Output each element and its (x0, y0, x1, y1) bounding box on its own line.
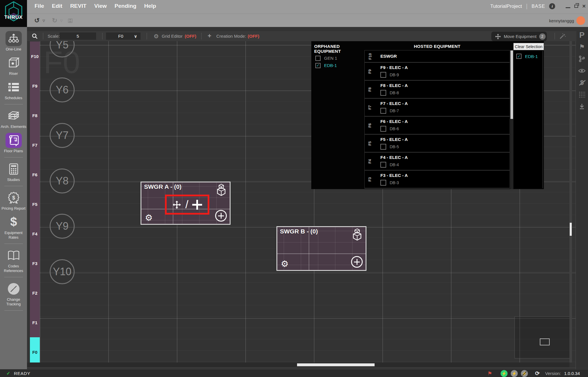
save-icon[interactable] (68, 19, 73, 23)
vertical-scrollbar[interactable] (569, 41, 572, 362)
sidebar-item-arch-elements[interactable]: Arch. Elements (0, 108, 27, 129)
floor-cell-f7[interactable]: F7 (30, 130, 40, 160)
redo-icon[interactable]: ↻ (52, 17, 57, 24)
floor-cell-f5[interactable]: F5 (30, 189, 40, 219)
horizontal-scrollbar[interactable] (27, 362, 569, 367)
sidebar-item-pricing-report[interactable]: $Pricing Report (0, 190, 27, 211)
sidebar-item-codes-references[interactable]: Codes References (0, 248, 27, 273)
equipment-swgr-a[interactable]: SWGR A - (0) ⚙ / (141, 182, 231, 225)
checkbox[interactable] (380, 126, 386, 132)
power-on-icon[interactable]: ⚡ (501, 370, 508, 377)
sidebar-item-studies[interactable]: Studies (0, 162, 27, 182)
sidebar-item-schedules[interactable]: Schedules (0, 80, 27, 100)
restore-icon[interactable] (574, 5, 578, 8)
sidebar-item-change-tracking[interactable]: Change Tracking (0, 281, 27, 307)
sidebar-item-equipment-rates[interactable]: $Equipment Rates (0, 215, 27, 240)
info-icon[interactable]: i (549, 3, 555, 9)
floor-cell-f3[interactable]: F3 (30, 249, 40, 278)
checkbox[interactable] (380, 108, 386, 114)
grid-dots-icon[interactable] (579, 91, 585, 98)
clear-selection-button[interactable]: Clear Selection (513, 43, 544, 50)
search-icon[interactable] (32, 33, 38, 39)
checkbox[interactable] (380, 72, 386, 78)
dollar-off-icon[interactable]: $ (580, 79, 584, 86)
equipment-swgr-b[interactable]: SWGR B - (0) ⚙ (276, 226, 366, 271)
power-neutral-icon[interactable]: ⚡ (511, 370, 518, 377)
hosted-row-f10[interactable]: F10ESWGR (365, 50, 510, 63)
floor-select[interactable]: F0 ∨ (106, 32, 141, 40)
move-icon (495, 33, 501, 40)
vertical-scrollbar-thumb[interactable] (570, 223, 572, 236)
floor-cell-f2[interactable]: F2 (30, 278, 40, 308)
magic-wand-icon[interactable] (559, 33, 566, 40)
floor-cell-f6[interactable]: F6 (30, 160, 40, 189)
floor-cell-f8[interactable]: F8 (30, 101, 40, 130)
undo-dropdown-icon[interactable]: ▽ (42, 19, 45, 23)
menu-item-edit[interactable]: Edit (52, 3, 62, 9)
settings-gear-icon[interactable]: ⚙ (145, 213, 153, 222)
floor-cell-f4[interactable]: F4 (30, 219, 40, 249)
hosted-row-f7[interactable]: F7F7 - ELEC - ADB-7 (365, 99, 510, 117)
right-tool-strip: P⚑$ (576, 31, 588, 369)
floor-cell-f1[interactable]: F1 (30, 308, 40, 337)
checkbox[interactable] (315, 56, 321, 61)
move-icon[interactable] (172, 200, 181, 209)
redo-dropdown-icon[interactable]: ▽ (60, 19, 62, 23)
orphaned-item-edb-1[interactable]: ✓EDB-1 (311, 61, 364, 68)
p-views-icon[interactable]: P (579, 32, 585, 39)
minimize-icon[interactable] (566, 7, 570, 8)
flag-status-icon[interactable]: ⚑ (488, 370, 492, 377)
creation-mode-plus-icon[interactable]: + (208, 32, 211, 40)
hosted-row-f3[interactable]: F3F3 - ELEC - ADB-3 (365, 171, 510, 188)
selected-item-edb-1[interactable]: ✓EDB-1 (514, 51, 542, 59)
hosted-row-f8[interactable]: F8F8 - ELEC - ADB-8 (365, 81, 510, 99)
checkbox[interactable]: ✓ (516, 54, 522, 59)
checkbox[interactable] (380, 90, 386, 96)
hosted-row-f5[interactable]: F5F5 - ELEC - ADB-5 (365, 135, 510, 153)
horizontal-scrollbar-thumb[interactable] (297, 363, 375, 366)
checkbox[interactable] (380, 162, 386, 168)
menu-item-pending[interactable]: Pending (115, 3, 136, 9)
menu-item-revit[interactable]: REVIT (70, 3, 87, 9)
hosted-list-scrollbar-thumb[interactable] (510, 50, 513, 119)
creation-mode-state: (OFF) (248, 34, 259, 39)
add-circle-icon[interactable] (215, 210, 227, 222)
hosted-list-scrollbar[interactable] (510, 50, 513, 189)
add-circle-icon[interactable] (351, 256, 363, 268)
sidebar-item-one-line[interactable]: One-Line (0, 31, 27, 52)
cube-3d-icon[interactable] (351, 228, 363, 242)
menu-item-file[interactable]: File (35, 3, 44, 9)
checkbox[interactable] (380, 144, 386, 150)
menu-item-view[interactable]: View (94, 3, 107, 9)
checkbox[interactable]: ✓ (315, 63, 321, 68)
menu-item-help[interactable]: Help (144, 3, 156, 9)
hosted-row-f9[interactable]: F9F9 - ELEC - ADB-9 (365, 63, 510, 81)
hosted-row-f4[interactable]: F4F4 - ELEC - ADB-4 (365, 153, 510, 171)
eye-icon[interactable] (578, 67, 586, 74)
grid-editor-label[interactable]: Grid Editor (162, 34, 183, 39)
hosted-row-f6[interactable]: F6F6 - ELEC - ADB-6 (365, 117, 510, 135)
orphaned-item-gen-1[interactable]: GEN 1 (311, 54, 364, 61)
move-equipment-button[interactable]: Move Equipment 2 (491, 32, 547, 41)
creation-mode-label[interactable]: Creation Mode: (216, 34, 246, 39)
minimap[interactable] (515, 316, 570, 358)
minimap-viewport[interactable] (540, 338, 550, 345)
avatar[interactable] (576, 16, 585, 25)
power-off-icon[interactable]: ⚡ (521, 370, 528, 377)
sync-icon[interactable]: ⟳ (535, 370, 540, 377)
download-icon[interactable] (579, 103, 585, 110)
floor-cell-f10[interactable]: F10 (30, 41, 40, 71)
checkbox[interactable] (380, 180, 386, 186)
sidebar-item-floor-plans[interactable]: Floor Plans (0, 133, 27, 153)
branch-icon[interactable] (578, 55, 585, 62)
scale-input[interactable]: 5 (60, 32, 96, 40)
sidebar-item-riser[interactable]: Riser (0, 55, 27, 76)
cube-3d-icon[interactable] (215, 184, 227, 197)
floor-cell-f9[interactable]: F9 (30, 71, 40, 101)
close-icon[interactable]: × (582, 3, 586, 10)
flag-icon[interactable]: ⚑ (579, 44, 585, 50)
grid-editor-gear-icon[interactable]: ⚙ (154, 33, 159, 40)
undo-icon[interactable]: ↺ (34, 17, 39, 24)
create-plus-icon[interactable] (192, 200, 202, 210)
settings-gear-icon[interactable]: ⚙ (281, 260, 289, 268)
